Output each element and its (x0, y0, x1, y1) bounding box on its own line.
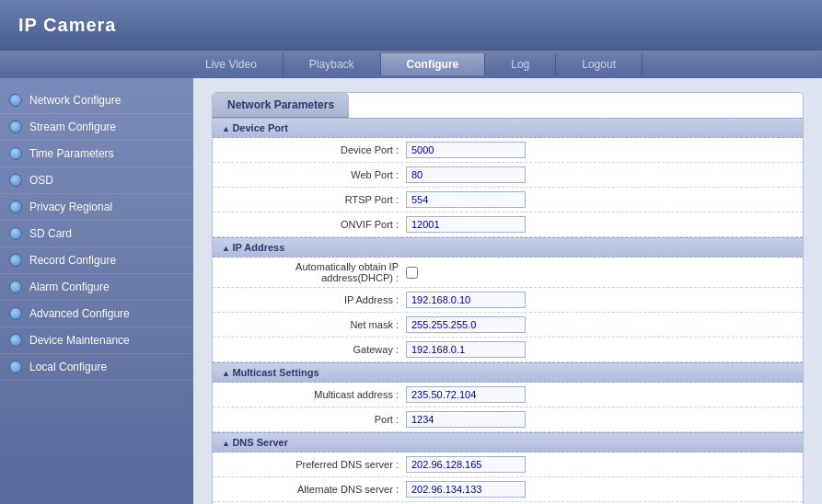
dot-icon (9, 307, 22, 320)
input-web-port[interactable] (406, 166, 526, 183)
sidebar: Network Configure Stream Configure Time … (0, 78, 193, 504)
dot-icon (9, 227, 22, 240)
form-row-dhcp: Automatically obtain IP address(DHCP) : (213, 258, 803, 288)
label-multicast-address: Multicast address : (222, 389, 406, 400)
form-row-multicast-address: Multicast address : (213, 383, 803, 407)
nav-configure[interactable]: Configure (381, 53, 486, 75)
form-row-device-port: Device Port : (213, 138, 803, 163)
nav-live-video[interactable]: Live Video (179, 53, 284, 75)
sidebar-item-advanced-configure[interactable]: Advanced Configure (0, 301, 193, 327)
label-rtsp-port: RTSP Port : (222, 194, 406, 205)
sidebar-item-device-maintenance[interactable]: Device Maintenance (0, 327, 193, 354)
form-row-alternate-dns: Alternate DNS server : (213, 477, 803, 502)
sidebar-item-network-configure[interactable]: Network Configure (0, 87, 193, 114)
sidebar-item-stream-configure[interactable]: Stream Configure (0, 114, 193, 141)
dot-icon (9, 120, 22, 133)
checkbox-dhcp[interactable] (406, 267, 418, 279)
section-device-port: Device Port (213, 118, 803, 138)
sidebar-item-privacy-regional[interactable]: Privacy Regional (0, 194, 193, 221)
dot-icon (9, 147, 22, 160)
header: IP Camera (0, 0, 822, 51)
content-area: Network Parameters Device Port Device Po… (193, 78, 822, 504)
sidebar-item-osd[interactable]: OSD (0, 167, 193, 194)
sidebar-item-sd-card[interactable]: SD Card (0, 221, 193, 247)
label-gateway: Gateway : (222, 344, 406, 355)
input-ip-address[interactable] (406, 292, 526, 308)
input-preferred-dns[interactable] (406, 456, 526, 473)
nav-log[interactable]: Log (485, 53, 556, 75)
input-onvif-port[interactable] (406, 216, 526, 233)
label-netmask: Net mask : (222, 319, 406, 330)
label-ip-address: IP Address : (222, 294, 406, 305)
dot-icon (9, 361, 22, 373)
form-row-onvif-port: ONVIF Port : (213, 212, 803, 237)
input-multicast-address[interactable] (406, 386, 526, 403)
form-row-ip-address: IP Address : (213, 288, 803, 313)
label-dhcp: Automatically obtain IP address(DHCP) : (222, 261, 406, 283)
label-alternate-dns: Alternate DNS server : (222, 484, 406, 495)
dot-icon (9, 281, 22, 293)
form-row-web-port: Web Port : (213, 163, 803, 188)
input-multicast-port[interactable] (406, 411, 526, 428)
label-onvif-port: ONVIF Port : (222, 219, 406, 230)
input-rtsp-port[interactable] (406, 191, 526, 208)
dot-icon (9, 334, 22, 347)
nav-logout[interactable]: Logout (556, 53, 643, 75)
label-device-port: Device Port : (222, 144, 406, 155)
sidebar-item-local-configure[interactable]: Local Configure (0, 354, 193, 381)
form-row-rtsp-port: RTSP Port : (213, 188, 803, 212)
sidebar-item-alarm-configure[interactable]: Alarm Configure (0, 274, 193, 301)
input-netmask[interactable] (406, 316, 526, 333)
form-row-preferred-dns: Preferred DNS server : (213, 452, 803, 477)
input-alternate-dns[interactable] (406, 481, 526, 498)
sidebar-item-record-configure[interactable]: Record Configure (0, 247, 193, 274)
label-preferred-dns: Preferred DNS server : (222, 459, 406, 470)
panel-tab: Network Parameters (213, 93, 349, 118)
section-ip-address: IP Address (213, 237, 803, 258)
network-parameters-panel: Network Parameters Device Port Device Po… (212, 92, 804, 504)
input-gateway[interactable] (406, 341, 526, 358)
app-title: IP Camera (18, 15, 116, 36)
form-row-multicast-port: Port : (213, 407, 803, 432)
section-multicast: Multicast Settings (213, 362, 803, 383)
panel-content: Device Port Device Port : Web Port : RTS… (213, 118, 803, 504)
nav-playback[interactable]: Playback (284, 53, 381, 75)
dot-icon (9, 174, 22, 187)
dot-icon (9, 200, 22, 213)
sidebar-item-time-parameters[interactable]: Time Parameters (0, 141, 193, 167)
label-web-port: Web Port : (222, 169, 406, 180)
label-multicast-port: Port : (222, 414, 406, 425)
navbar: Live Video Playback Configure Log Logout (0, 51, 822, 78)
form-row-gateway: Gateway : (213, 338, 803, 362)
dot-icon (9, 94, 22, 107)
main-layout: Network Configure Stream Configure Time … (0, 78, 822, 504)
section-dns: DNS Server (213, 432, 803, 452)
input-device-port[interactable] (406, 142, 526, 158)
dot-icon (9, 254, 22, 267)
form-row-netmask: Net mask : (213, 313, 803, 338)
